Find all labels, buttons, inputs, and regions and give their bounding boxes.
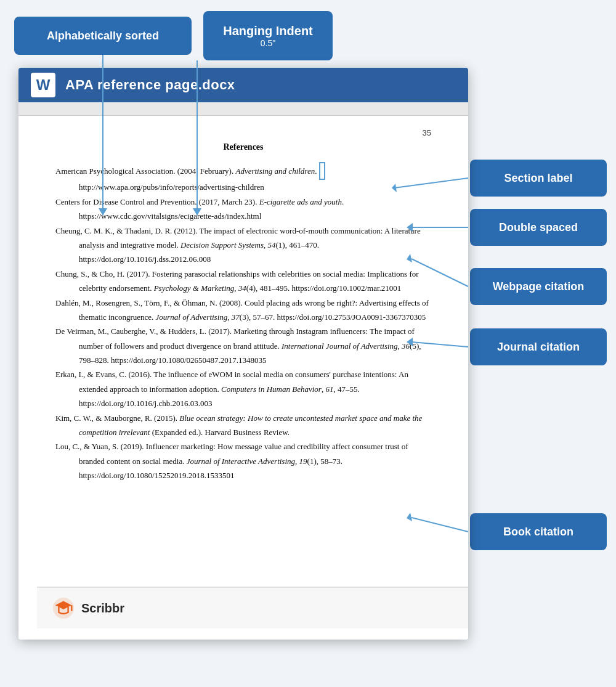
ref-entry-8: Kim, C. W., & Mauborgne, R. (2015). Blue… xyxy=(55,411,431,440)
book-citation-badge: Book citation xyxy=(470,513,607,550)
ref-entry-9: Lou, C., & Yuan, S. (2019). Influencer m… xyxy=(55,439,431,482)
ref-entry-4: Chung, S., & Cho, H. (2017). Fostering p… xyxy=(55,267,431,296)
webpage-citation-label: Webpage citation xyxy=(493,280,585,293)
document-container: W APA reference page.docx 35 References … xyxy=(18,68,468,640)
ref-entry-6: De Veirman, M., Cauberghe, V., & Hudders… xyxy=(55,324,431,367)
page-number: 35 xyxy=(55,128,431,137)
journal-citation-label: Journal citation xyxy=(497,341,580,354)
book-citation-label: Book citation xyxy=(503,526,573,539)
scribbr-logo-icon xyxy=(52,596,75,620)
ref-entry-3: Cheung, C. M. K., & Thadani, D. R. (2012… xyxy=(55,224,431,267)
scribbr-footer: Scribbr xyxy=(37,587,468,628)
document-titlebar: W APA reference page.docx xyxy=(18,68,468,102)
ref-entry-2: Centers for Disease Control and Preventi… xyxy=(55,195,431,224)
ref-entry-5: Dahlén, M., Rosengren, S., Törn, F., & Ö… xyxy=(55,296,431,325)
hanging-indent-badge: Hanging Indent 0.5" xyxy=(203,11,333,60)
alpha-sorted-label: Alphabetically sorted xyxy=(47,30,159,43)
indent-title-label: Hanging Indent xyxy=(223,24,313,38)
word-icon: W xyxy=(31,73,55,97)
references-heading: References xyxy=(55,142,431,152)
double-spaced-label: Double spaced xyxy=(499,221,578,234)
indent-highlight xyxy=(319,162,325,180)
document-title: APA reference page.docx xyxy=(65,77,235,93)
scribbr-brand-text: Scribbr xyxy=(81,601,124,616)
journal-citation-badge: Journal citation xyxy=(470,328,607,365)
webpage-citation-badge: Webpage citation xyxy=(470,268,607,305)
ruler xyxy=(18,102,468,116)
ref-entry-1: American Psychological Association. (200… xyxy=(55,162,431,195)
section-label-badge: Section label xyxy=(470,160,607,197)
word-letter: W xyxy=(36,76,51,94)
document-body: 35 References American Psychological Ass… xyxy=(18,116,468,640)
ref-entry-7: Erkan, I., & Evans, C. (2016). The influ… xyxy=(55,367,431,410)
section-label-text: Section label xyxy=(504,172,572,185)
alpha-sorted-badge: Alphabetically sorted xyxy=(14,17,192,55)
double-spaced-badge: Double spaced xyxy=(470,209,607,246)
indent-sub-label: 0.5" xyxy=(261,38,275,48)
